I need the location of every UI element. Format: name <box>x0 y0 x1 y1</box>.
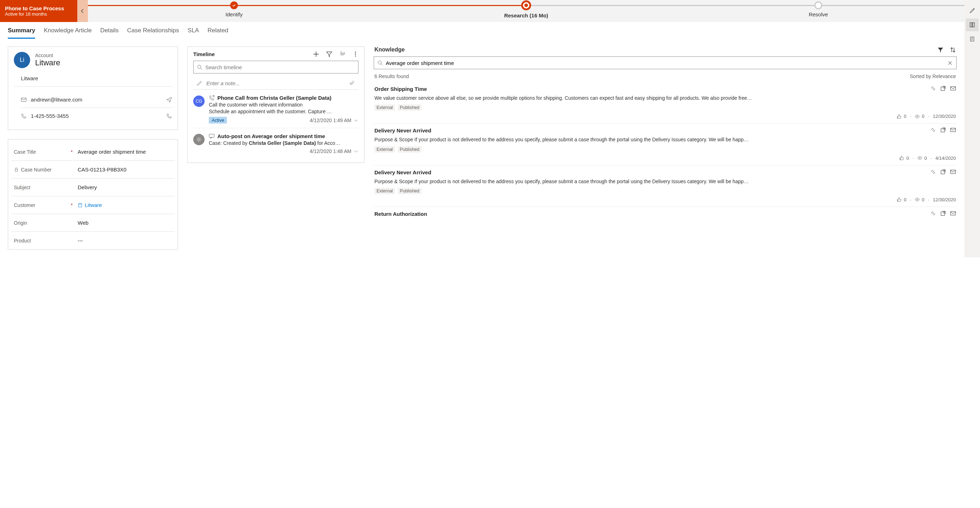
stage-research[interactable]: Research (16 Mo) <box>380 0 672 22</box>
svg-rect-2 <box>79 203 82 207</box>
svg-rect-0 <box>21 98 26 102</box>
field-case-title[interactable]: Case Title* Average order shipment time <box>11 143 175 161</box>
knowledge-email-icon[interactable] <box>950 86 956 92</box>
knowledge-email-icon[interactable] <box>950 169 956 176</box>
knowledge-popout-icon[interactable] <box>940 127 946 134</box>
process-stages: Identify Research (16 Mo) Resolve <box>88 0 964 22</box>
process-back-button[interactable] <box>77 0 88 22</box>
phone-outgoing-icon <box>209 95 215 101</box>
send-icon[interactable] <box>166 97 172 102</box>
timeline-note-input[interactable] <box>206 80 345 86</box>
call-icon[interactable] <box>166 113 172 119</box>
knowledge-result-count: 6 Results found <box>374 73 409 79</box>
timeline-item-tag: Active <box>209 117 227 123</box>
field-product[interactable]: Product --- <box>11 232 175 249</box>
thumbs-up-icon[interactable] <box>897 197 902 202</box>
knowledge-item-desc: We value customer service above all else… <box>374 94 956 102</box>
tab-case-relationships[interactable]: Case Relationships <box>127 27 179 39</box>
knowledge-clear-search[interactable] <box>947 60 953 65</box>
tab-details[interactable]: Details <box>100 27 119 39</box>
chevron-down-icon[interactable] <box>353 118 358 123</box>
knowledge-sort-button[interactable] <box>950 47 956 53</box>
search-icon <box>197 65 202 70</box>
knowledge-item[interactable]: Delivery Never Arrived Purpose & Scope I… <box>374 165 956 207</box>
timeline-search-input[interactable] <box>205 64 355 70</box>
process-name: Phone to Case Process <box>5 5 72 11</box>
svg-point-7 <box>355 55 356 56</box>
timeline-heading: Timeline <box>193 51 215 57</box>
attachment-icon[interactable] <box>350 81 355 86</box>
knowledge-popout-icon[interactable] <box>940 211 946 217</box>
timeline-item[interactable]: CG Phone Call from Christa Geller (Sampl… <box>193 90 358 128</box>
chevron-down-icon[interactable] <box>353 149 358 154</box>
svg-point-20 <box>916 199 918 201</box>
eye-icon <box>915 197 920 202</box>
timeline-more-button[interactable] <box>352 51 358 57</box>
field-origin[interactable]: Origin Web <box>11 214 175 232</box>
svg-rect-10 <box>209 134 214 137</box>
eye-icon <box>917 155 922 160</box>
knowledge-item-title: Return Authorization <box>374 211 427 217</box>
timeline-item-date: 4/12/2020 1:49 AM <box>310 118 358 123</box>
timeline-note-row[interactable] <box>193 77 358 90</box>
timeline-item-title: Auto-post on Average order shipment time <box>217 133 325 139</box>
process-title-block[interactable]: Phone to Case Process Active for 16 mont… <box>0 0 77 22</box>
timeline-item-title: Phone Call from Christa Geller (Sample D… <box>217 95 331 101</box>
timeline-add-button[interactable] <box>313 51 319 57</box>
knowledge-item[interactable]: Return Authorization <box>374 207 956 222</box>
knowledge-tag: Published <box>398 146 422 153</box>
timeline-item-line: Schedule an appointment with the custome… <box>209 109 358 114</box>
account-email-row[interactable]: andrewr@litware.com <box>21 92 172 108</box>
timeline-item[interactable]: Auto-post on Average order shipment time… <box>193 128 358 158</box>
stage-resolve[interactable]: Resolve <box>672 0 964 22</box>
timeline-item-line: Case: Created by Christa Geller (Sample … <box>209 140 358 146</box>
thumbs-up-icon[interactable] <box>899 155 904 160</box>
timeline-sort-button[interactable] <box>339 51 345 57</box>
timeline-item-date: 4/12/2020 1:48 AM <box>310 149 358 154</box>
timeline-filter-button[interactable] <box>326 51 332 57</box>
svg-rect-13 <box>951 86 956 90</box>
rail-knowledge-button[interactable] <box>966 18 978 31</box>
knowledge-tag: External <box>374 104 395 111</box>
customer-link[interactable]: Litware <box>85 202 102 208</box>
stage-node-future <box>815 2 822 9</box>
account-name[interactable]: Litware <box>35 58 60 67</box>
knowledge-search-input[interactable] <box>386 60 945 66</box>
knowledge-filter-button[interactable] <box>937 47 943 53</box>
knowledge-search[interactable] <box>374 56 956 69</box>
knowledge-email-icon[interactable] <box>950 127 956 134</box>
gear-icon <box>196 137 202 142</box>
knowledge-item[interactable]: Delivery Never Arrived Purpose & Scope I… <box>374 123 956 165</box>
rail-templates-button[interactable] <box>966 33 978 45</box>
field-subject[interactable]: Subject Delivery <box>11 179 175 196</box>
thumbs-up-icon[interactable] <box>897 114 902 119</box>
knowledge-item-desc: Purpose & Scope If your product is not d… <box>374 178 956 185</box>
knowledge-item-desc: Purpose & Scope If your product is not d… <box>374 136 956 143</box>
svg-rect-16 <box>951 128 956 132</box>
knowledge-popout-icon[interactable] <box>940 169 946 176</box>
rail-assistant-button[interactable] <box>966 4 978 17</box>
tab-sla[interactable]: SLA <box>188 27 199 39</box>
knowledge-heading: Knowledge <box>374 46 404 53</box>
knowledge-link-icon[interactable] <box>931 127 936 134</box>
svg-rect-1 <box>15 169 18 171</box>
account-phone-row[interactable]: 1-425-555-3455 <box>21 108 172 124</box>
tab-related[interactable]: Related <box>207 27 228 39</box>
timeline-search[interactable] <box>193 61 358 73</box>
field-case-number: Case Number CAS-01213-P8B3X0 <box>11 161 175 179</box>
knowledge-link-icon[interactable] <box>931 169 936 176</box>
knowledge-tag: Published <box>398 188 422 194</box>
tab-summary[interactable]: Summary <box>8 27 35 39</box>
knowledge-popout-icon[interactable] <box>940 86 946 92</box>
knowledge-link-icon[interactable] <box>931 86 936 92</box>
knowledge-item[interactable]: Order Shipping Time We value customer se… <box>374 82 956 123</box>
tab-knowledge-article[interactable]: Knowledge Article <box>44 27 91 39</box>
stage-label: Research (16 Mo) <box>504 13 548 18</box>
check-icon <box>232 3 236 8</box>
knowledge-link-icon[interactable] <box>931 211 936 217</box>
account-display-name: Litware <box>14 70 172 86</box>
field-customer[interactable]: Customer* Litware <box>11 196 175 214</box>
stage-identify[interactable]: Identify <box>88 0 380 22</box>
knowledge-email-icon[interactable] <box>950 211 956 217</box>
form-tabs: Summary Knowledge Article Details Case R… <box>0 22 964 39</box>
